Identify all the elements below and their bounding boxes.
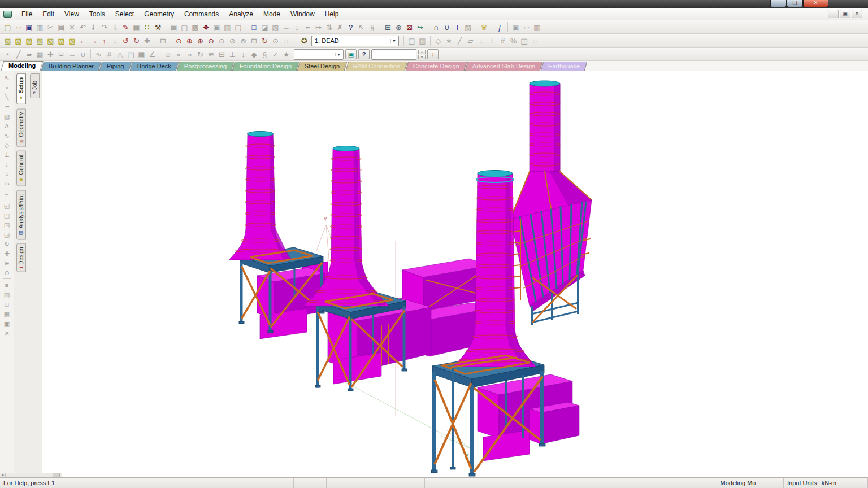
material-page-icon[interactable]: ◆ [249,49,259,59]
base-plate-icon[interactable]: ◪ [259,22,270,32]
chimney-1-assembly[interactable] [229,132,325,339]
pan-view-icon[interactable]: ✚ [2,249,12,258]
beta-angle-icon[interactable]: ∠ [147,49,158,59]
zoom-window-icon[interactable]: ⊙ [173,36,184,46]
rotate-down-icon[interactable]: ↓ [110,36,120,46]
save-icon[interactable]: ▣ [24,22,34,32]
mirror-icon[interactable]: ⊠ [404,22,415,32]
measure-icon[interactable]: ↦ [313,22,324,32]
stretch-beam-icon[interactable]: ↔ [67,49,77,59]
front-view-icon[interactable]: ◱ [2,201,12,210]
load-values-icon[interactable]: ↓ [476,36,487,46]
view-bottom-icon[interactable]: ▧ [34,36,45,46]
duplicate-view-icon[interactable]: ▧ [270,22,281,32]
save-as-view-icon[interactable]: ▥ [532,22,542,32]
view-query-icon[interactable]: ◌ [530,36,540,46]
rotate-right-icon[interactable]: → [88,36,99,46]
generate-surface-icon[interactable]: ◰ [125,49,136,59]
definition-page-icon[interactable]: § [259,49,270,59]
model-viewport[interactable]: Y Z [42,71,868,477]
loads-cursor-icon[interactable]: ↓ [2,159,12,169]
dimension-cursor-icon[interactable]: ↔ [2,188,12,198]
dimension-beam-icon[interactable]: ↔ [281,22,292,32]
display-whole-structure-icon[interactable]: ⊡ [249,36,259,46]
undo-icon[interactable]: ↶ [77,22,88,32]
export-icon[interactable]: » [184,49,195,59]
data-tables-icon[interactable]: ▦ [2,309,12,319]
menu-edit[interactable]: Edit [37,9,59,19]
menu-geometry[interactable]: Geometry [139,9,179,19]
solids-cursor-icon[interactable]: ▧ [2,111,12,121]
menu-analyze[interactable]: Analyze [224,9,258,19]
structure-wizard-icon[interactable]: ⌂ [163,49,173,59]
close-view-icon[interactable]: ✕ [2,328,12,338]
close-button[interactable]: ✕ [803,0,828,7]
view-right-icon[interactable]: ▧ [56,36,67,46]
zoom-dynamic-icon[interactable]: ⊘ [227,36,238,46]
select-cursor-icon[interactable]: ↖ [2,73,12,82]
connect-beams-icon[interactable]: ≍ [56,49,67,59]
remove-dimension-icon[interactable]: ⇅ [324,22,335,32]
redo-step-icon[interactable]: ⇂ [110,22,120,32]
zoom-in-icon[interactable]: ⊕ [195,36,206,46]
axes-toggle-icon[interactable]: ⊥ [487,36,497,46]
menu-tools[interactable]: Tools [84,9,110,19]
menu-select[interactable]: Select [110,9,139,19]
crown-tool-icon[interactable]: ♛ [479,22,489,32]
pointer-query-icon[interactable]: ↖ [356,22,367,32]
menu-help[interactable]: Help [320,9,344,19]
tab-foundation-design[interactable]: Foundation Design [232,62,300,71]
report-setup-icon[interactable]: ❖ [201,22,211,32]
tab-piping[interactable]: Piping [99,62,132,71]
page-tab-analysis-print[interactable]: ▤Analysis/Print [16,190,26,240]
scroll-left-icon[interactable]: ◄ [0,473,6,477]
plate-labels-icon[interactable]: ▱ [465,36,476,46]
rear-stack-and-esp-unit[interactable] [510,81,592,324]
tab-advanced-slab-design[interactable]: Advanced Slab Design [465,62,543,71]
zoom-out-view-icon[interactable]: ⊖ [2,268,12,277]
import-icon[interactable]: « [173,49,184,59]
node-query-icon[interactable]: △ [115,49,125,59]
plate-tool-icon[interactable]: ▨ [463,22,474,32]
page-tab-general[interactable]: ❖General [16,151,26,186]
export-report-icon[interactable]: ▢ [233,22,244,32]
rotate-up-icon[interactable]: ↑ [99,36,110,46]
minimize-button[interactable]: — [770,0,787,7]
context-help-button[interactable]: ? [358,49,370,59]
sidebar-hscrollbar[interactable]: ◄ [0,473,62,477]
merge-beams-icon[interactable]: ∪ [77,49,88,59]
load-dialog-icon[interactable]: ▦ [417,36,428,46]
help-icon[interactable]: ? [345,22,356,32]
check-model-icon[interactable]: ✓ [270,49,281,59]
child-restore-button[interactable]: ▣ [840,10,850,18]
redo-icon[interactable]: ↷ [99,22,110,32]
add-solid-icon[interactable]: ▩ [34,49,45,59]
view-left-icon[interactable]: ▧ [45,36,56,46]
view-top-icon[interactable]: ▧ [24,36,34,46]
tab-postprocessing[interactable]: Postprocessing [177,62,235,71]
properties-panel-icon[interactable]: ▣ [2,319,12,328]
side-view-icon[interactable]: ◳ [2,220,12,229]
tables-icon[interactable]: ▦ [136,49,147,59]
cut-icon[interactable]: ✂ [45,22,56,32]
value-stepper[interactable]: ▲▼ [418,50,426,59]
insert-node-icon[interactable]: • [2,49,13,59]
ibeam-section-icon[interactable]: I [452,22,463,32]
beam-labels-icon[interactable]: ╱ [454,36,465,46]
tab-modeling[interactable]: Modeling [1,61,44,71]
menu-commands[interactable]: Commands [179,9,224,19]
label-settings-icon[interactable]: ≡ [2,280,12,290]
view-front-icon[interactable]: ▧ [2,36,13,46]
paste-icon[interactable]: ▤ [56,22,67,32]
new-file-icon[interactable]: ▢ [2,22,13,32]
new-view-icon[interactable]: □ [249,22,259,32]
zoom-selected-icon[interactable]: ⊚ [238,36,249,46]
child-minimize-button[interactable]: – [828,10,839,18]
model-3d-view[interactable]: Y Z [42,71,868,477]
calculator-icon[interactable]: ▦ [131,22,142,32]
move-structure-icon[interactable]: ↪ [415,22,426,32]
tab-building-planner[interactable]: Building Planner [41,62,102,71]
dimension-node-icon[interactable]: ↕ [292,22,302,32]
rotate-view-icon[interactable]: ↻ [2,239,12,249]
page-tab-geometry[interactable]: ≣Geometry [16,108,26,147]
